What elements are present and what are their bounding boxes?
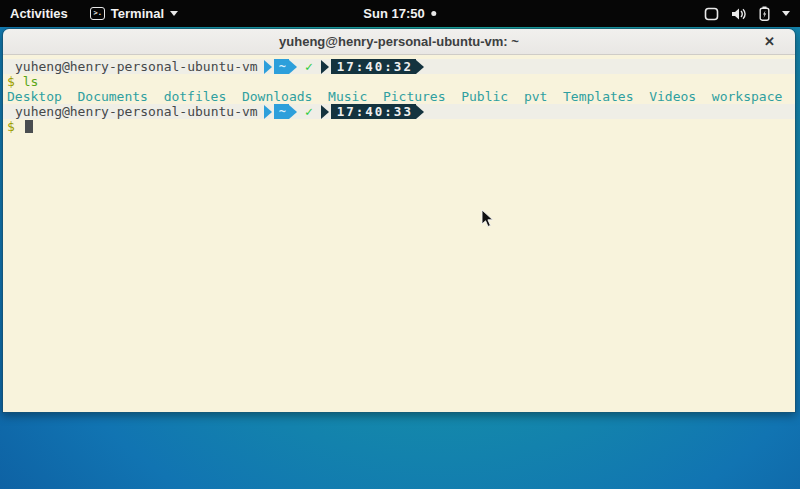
chevron-down-icon [170,11,178,16]
command-line: $ ls [3,74,795,89]
terminal-app-icon: >. [90,7,105,20]
prompt-line-2: yuheng@henry-personal-ubuntu-vm ~ ✓ 17:4… [3,104,795,119]
system-status-menu[interactable] [694,0,800,27]
directory-name: Downloads [242,89,312,104]
prompt-user: yuheng@henry-personal-ubuntu-vm [3,104,258,119]
powerline-time-segment: 17:40:33 [321,104,424,119]
prompt-line-1: yuheng@henry-personal-ubuntu-vm ~ ✓ 17:4… [3,59,795,74]
input-line[interactable]: $ [3,119,795,134]
command-text: ls [23,74,39,89]
powerline-time-segment: 17:40:32 [321,59,424,74]
desktop-screen: Activities >. Terminal Sun 17:50 [0,0,800,489]
clock-button[interactable]: Sun 17:50 [353,0,446,27]
status-check-icon: ✓ [305,59,313,74]
directory-name: Pictures [383,89,446,104]
activities-button[interactable]: Activities [0,0,82,27]
window-title: yuheng@henry-personal-ubuntu-vm: ~ [279,34,519,49]
terminal-cursor [25,120,33,133]
directory-name: Desktop [7,89,62,104]
powerline-path-segment: ~ [264,104,297,119]
powerline-path-segment: ~ [264,59,297,74]
directory-name: Public [461,89,508,104]
screen-cast-icon [704,7,719,21]
terminal-window: yuheng@henry-personal-ubuntu-vm: ~ ✕ yuh… [2,28,796,413]
directory-name: Templates [563,89,633,104]
window-titlebar[interactable]: yuheng@henry-personal-ubuntu-vm: ~ ✕ [3,29,795,55]
app-menu-label: Terminal [111,6,164,21]
close-button[interactable]: ✕ [760,29,779,54]
app-menu-button[interactable]: >. Terminal [82,0,186,27]
terminal-content[interactable]: yuheng@henry-personal-ubuntu-vm ~ ✓ 17:4… [3,55,795,413]
top-bar: Activities >. Terminal Sun 17:50 [0,0,800,27]
status-check-icon: ✓ [305,104,313,119]
directory-name: pvt [524,89,547,104]
directory-name: Music [328,89,367,104]
directory-name: dotfiles [164,89,227,104]
directory-name: Documents [77,89,147,104]
volume-icon [731,7,747,21]
notification-dot-icon [432,11,437,16]
directory-name: Videos [649,89,696,104]
chevron-down-icon [782,11,790,16]
prompt-symbol: $ [3,119,15,134]
prompt-symbol: $ [3,74,15,89]
ls-output-line: DesktopDocumentsdotfilesDownloadsMusicPi… [3,89,795,104]
battery-charging-icon [759,6,770,21]
prompt-user: yuheng@henry-personal-ubuntu-vm [3,59,258,74]
clock-label: Sun 17:50 [363,6,424,21]
directory-name: workspace [712,89,782,104]
